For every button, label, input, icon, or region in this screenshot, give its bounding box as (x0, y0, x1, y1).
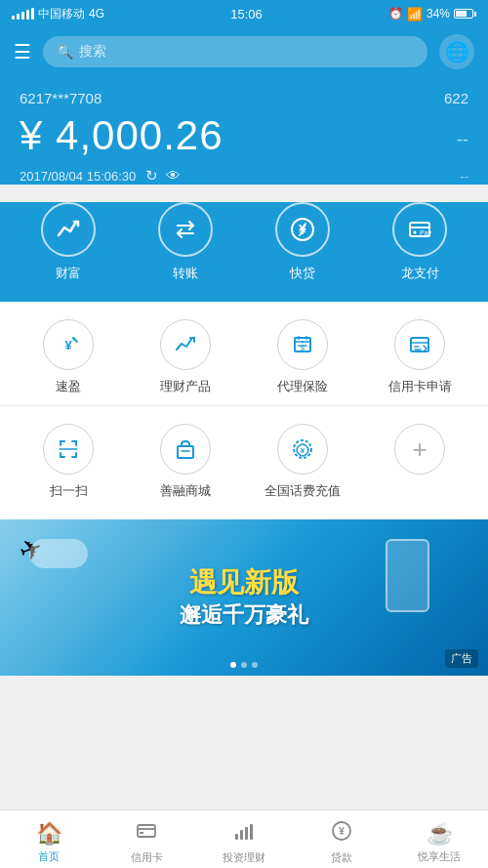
svg-rect-10 (178, 446, 193, 458)
icon-topup[interactable]: ¥ 全国话费充值 (244, 424, 361, 500)
credit-apply-label: 信用卡申请 (388, 378, 452, 395)
icon-wealth-product[interactable]: 理财产品 (146, 319, 224, 395)
banner-content: 遇见新版 邂逅千万豪礼 (180, 565, 308, 630)
timestamp: 2017/08/04 15:06:30 (20, 169, 136, 184)
banner-dots (230, 662, 258, 668)
balance-row: ¥ 4,000.26 -- (20, 112, 468, 167)
globe-button[interactable]: 🌐 (439, 34, 474, 69)
svg-rect-16 (240, 830, 243, 840)
main-icons-grid: 财富 转账 ¥ 快贷 Pay 龙支付 (0, 202, 488, 302)
transfer-icon (158, 202, 213, 257)
longpay-icon: Pay (392, 202, 447, 257)
insurance-icon: $ (277, 319, 328, 370)
tab-invest[interactable]: 投资理财 (195, 810, 293, 868)
tab-bar: 🏠 首页 信用卡 投资理财 ¥ (0, 809, 488, 868)
status-left: 中国移动 4G (12, 6, 104, 22)
banner-title: 遇见新版 (180, 565, 308, 600)
tab-loan[interactable]: ¥ 贷款 (293, 810, 390, 868)
icon-insurance[interactable]: $ 代理保险 (264, 319, 342, 395)
svg-rect-15 (235, 834, 238, 840)
svg-point-6 (73, 338, 76, 341)
svg-rect-17 (245, 827, 248, 840)
wealth-product-icon (160, 319, 211, 370)
icon-shop[interactable]: 善融商城 (127, 424, 244, 500)
svg-rect-14 (140, 832, 143, 834)
card-number: 6217***7708 (20, 90, 102, 106)
tab-loan-label: 贷款 (331, 850, 352, 865)
svg-text:Pay: Pay (420, 229, 432, 237)
battery-icon (454, 9, 476, 19)
icon-scan[interactable]: 扫一扫 (10, 424, 127, 500)
account-row: 6217***7708 622 (20, 90, 468, 106)
scan-label: 扫一扫 (50, 482, 88, 500)
wealth-product-label: 理财产品 (160, 378, 211, 395)
tab-life[interactable]: ☕ 悦享生活 (390, 810, 488, 868)
dot-1 (230, 662, 236, 668)
phone-decoration (386, 539, 429, 612)
network-label: 4G (89, 7, 104, 21)
signal-icon (12, 8, 34, 20)
tab-home-label: 首页 (38, 849, 60, 864)
timestamp-row: 2017/08/04 15:06:30 ↻ 👁 -- (20, 167, 468, 185)
svg-text:¥: ¥ (339, 826, 345, 837)
tab-credit-label: 信用卡 (131, 850, 163, 865)
tab-invest-label: 投资理财 (223, 850, 265, 865)
banner[interactable]: ✈ 遇见新版 邂逅千万豪礼 广告 (0, 519, 488, 676)
wealth-label: 财富 (56, 265, 81, 282)
svg-text:$: $ (301, 344, 305, 352)
longpay-label: 龙支付 (401, 265, 439, 282)
icon-quickloan[interactable]: ¥ 快贷 (264, 202, 342, 282)
icon-credit-apply[interactable]: 信用卡申请 (381, 319, 459, 395)
svg-point-3 (414, 231, 417, 234)
quickloan-label: 快贷 (290, 265, 315, 282)
transfer-label: 转账 (173, 265, 198, 282)
shop-icon (160, 424, 211, 475)
suying-label: 速盈 (56, 378, 81, 395)
timestamp-icons: ↻ 👁 (145, 167, 181, 185)
svg-rect-13 (138, 825, 155, 837)
icon-transfer[interactable]: 转账 (146, 202, 224, 282)
life-icon: ☕ (427, 821, 453, 847)
eye-icon[interactable]: 👁 (166, 167, 181, 185)
icon-longpay[interactable]: Pay 龙支付 (381, 202, 459, 282)
invest-icon (233, 820, 255, 847)
svg-rect-18 (250, 824, 253, 840)
icon-add-more[interactable]: + (361, 424, 478, 500)
icon-wealth[interactable]: 财富 (29, 202, 107, 282)
loan-icon: ¥ (331, 820, 352, 847)
tab-home[interactable]: 🏠 首页 (0, 810, 98, 868)
battery-percent: 34% (427, 7, 450, 21)
search-box[interactable]: 🔍 搜索 (43, 36, 427, 67)
balance-hidden: -- (457, 130, 468, 150)
wealth-icon (41, 202, 96, 257)
card-number-right: 622 (444, 90, 468, 106)
tab-credit[interactable]: 信用卡 (98, 810, 195, 868)
carrier-label: 中国移动 (38, 6, 85, 22)
status-bar: 中国移动 4G 15:06 ⏰ 📶 34% (0, 0, 488, 27)
plus-icon: + (394, 424, 445, 475)
cloud-decoration (29, 539, 88, 568)
nav-bar: ☰ 🔍 搜索 🌐 (0, 27, 488, 76)
banner-ad-label: 广告 (445, 649, 478, 668)
wifi-icon: 📶 (407, 7, 423, 21)
insurance-label: 代理保险 (277, 378, 328, 395)
search-icon: 🔍 (57, 44, 73, 60)
status-right: ⏰ 📶 34% (388, 7, 476, 21)
svg-text:¥: ¥ (301, 446, 305, 455)
tab-life-label: 悦享生活 (418, 849, 461, 864)
status-time: 15:06 (230, 7, 263, 21)
credit-icon (136, 820, 157, 847)
dot-2 (241, 662, 247, 668)
hamburger-button[interactable]: ☰ (14, 40, 31, 63)
account-card: 6217***7708 622 ¥ 4,000.26 -- 2017/08/04… (0, 76, 488, 185)
balance-amount: ¥ 4,000.26 (20, 112, 224, 159)
suying-icon: ¥ (43, 319, 94, 370)
scan-icon (43, 424, 94, 475)
timestamp-hidden: -- (460, 169, 468, 184)
banner-subtitle: 邂逅千万豪礼 (180, 600, 308, 630)
refresh-icon[interactable]: ↻ (145, 167, 158, 185)
icon-suying[interactable]: ¥ 速盈 (29, 319, 107, 395)
topup-icon: ¥ (277, 424, 328, 475)
shop-label: 善融商城 (160, 482, 211, 500)
home-icon: 🏠 (36, 821, 62, 847)
